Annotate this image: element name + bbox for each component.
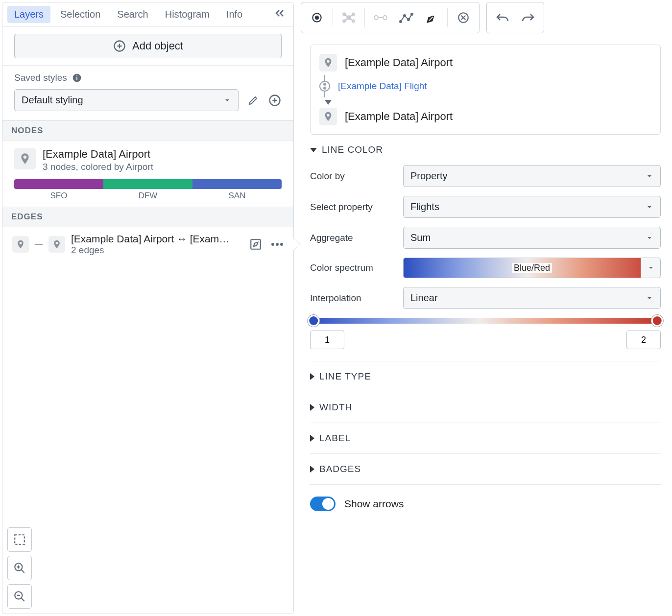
toolbar-main [301,2,480,33]
chevron-down-icon [223,96,231,104]
color-by-select[interactable]: Property [403,165,661,187]
gradient-handle-min[interactable] [308,315,319,327]
node-layer-card[interactable]: [Example Data] Airport 3 nodes, colored … [2,141,293,207]
tab-histogram[interactable]: Histogram [158,6,216,23]
edges-section-header: EDGES [2,207,293,227]
saved-style-select[interactable]: Default styling [14,89,239,111]
edit-edge-button[interactable] [249,238,262,251]
lbl-color-by: Color by [310,171,403,182]
caret-right-icon [310,435,314,442]
section-label: LABEL [310,423,661,454]
tab-search[interactable]: Search [110,6,155,23]
section-line-type: LINE TYPE [310,361,661,392]
section-width-title: WIDTH [319,402,352,413]
svg-point-10 [271,243,274,246]
tab-info[interactable]: Info [219,6,249,23]
edge-layer-card[interactable]: [Example Data] Airport ↔ [Exam… 2 edges [2,227,293,261]
relation-to: [Example Data] Airport [345,110,453,123]
section-badges-title: BADGES [319,464,361,474]
pin-icon [319,108,337,125]
section-label-title: LABEL [319,433,351,444]
pin-icon [12,236,29,253]
undo-button[interactable] [491,5,514,30]
section-line-type-header[interactable]: LINE TYPE [310,361,661,392]
target-tool-button[interactable] [305,5,329,30]
add-object-label: Add object [132,40,183,52]
collapse-panel-button[interactable] [271,5,288,24]
svg-point-22 [315,16,319,20]
saved-style-value: Default styling [22,95,83,106]
relation-summary: [Example Data] Airport [Example Data] Fl… [310,45,661,135]
show-arrows-label: Show arrows [344,498,404,510]
lbl-spectrum: Color spectrum [310,262,403,273]
chevron-down-icon [647,264,655,272]
caret-right-icon [310,373,314,380]
chevron-down-icon [646,294,653,302]
pin-icon [14,148,36,169]
edge-connector-icon [35,244,43,245]
pen-tool-button[interactable] [420,5,443,30]
edge-layer-title: [Example Data] Airport ↔ [Exam… [71,233,233,245]
edge-layer-subtitle: 2 edges [71,245,243,256]
svg-point-11 [276,243,279,246]
lbl-interpolation: Interpolation [310,293,403,304]
toolbar-row [301,2,670,33]
property-select[interactable]: Flights [403,196,661,218]
info-icon[interactable] [72,73,82,83]
section-width-header[interactable]: WIDTH [310,392,661,423]
gradient-slider[interactable] [310,318,661,349]
node-color-legend [14,179,282,189]
network-tool-button [337,5,360,30]
chevron-down-icon [646,203,653,211]
lbl-aggregate: Aggregate [310,233,403,243]
svg-line-19 [21,598,24,601]
tab-layers[interactable]: Layers [7,6,50,23]
spectrum-select[interactable]: Blue/Red [403,258,661,278]
section-label-header[interactable]: LABEL [310,423,661,453]
add-style-button[interactable] [268,94,282,107]
redo-button[interactable] [516,5,540,30]
interpolation-select[interactable]: Linear [403,287,661,309]
caret-right-icon [310,466,314,473]
toolbar-history [486,2,544,33]
relation-via[interactable]: [Example Data] Flight [338,76,427,96]
gradient-handle-max[interactable] [651,315,663,327]
node-layer-title: [Example Data] Airport [43,148,153,161]
add-object-button[interactable]: Add object [14,34,282,58]
traffic-light-icon [319,81,330,92]
section-line-color-header[interactable]: LINE COLOR [310,135,661,165]
path-tool-button[interactable] [394,5,418,30]
lbl-select-property: Select property [310,202,403,213]
tab-selection[interactable]: Selection [53,6,107,23]
zoom-in-button[interactable] [7,556,32,580]
chevron-double-left-icon [274,7,286,19]
clear-tool-button[interactable] [452,5,475,30]
right-panel: [Example Data] Airport [Example Data] Fl… [296,0,672,616]
gradient-max-input[interactable] [626,331,661,349]
zoom-out-button[interactable] [7,584,32,609]
gradient-min-input[interactable] [310,331,344,349]
section-line-type-title: LINE TYPE [319,371,371,382]
section-line-color-title: LINE COLOR [322,144,383,155]
plus-circle-icon [113,39,126,53]
relation-from: [Example Data] Airport [345,56,453,69]
pin-icon [319,54,337,71]
tab-bar: Layers Selection Search Histogram Info [2,2,293,27]
show-arrows-toggle[interactable] [310,497,336,511]
svg-rect-5 [76,75,77,76]
aggregate-select[interactable]: Sum [403,227,661,249]
svg-point-33 [383,16,387,20]
section-badges-header[interactable]: BADGES [310,454,661,484]
edit-style-button[interactable] [247,95,259,106]
caret-right-icon [310,404,314,411]
node-layer-subtitle: 3 nodes, colored by Airport [43,162,153,172]
section-line-color: LINE COLOR Color by Property Select prop… [310,135,661,361]
pin-icon [48,236,65,253]
more-menu-button[interactable] [271,242,284,246]
fullscreen-button[interactable] [7,527,32,552]
svg-line-15 [21,569,24,573]
svg-rect-9 [251,239,261,249]
svg-rect-13 [15,535,24,545]
section-width: WIDTH [310,392,661,423]
arrow-down-icon [325,100,332,105]
